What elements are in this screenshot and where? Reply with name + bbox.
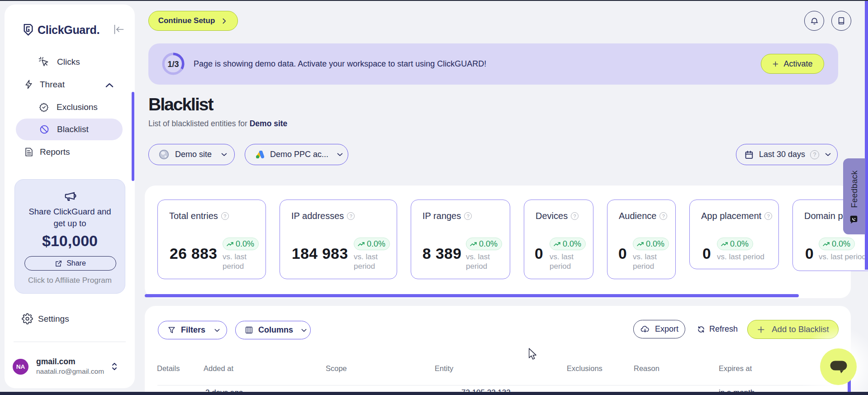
svg-text:1/3: 1/3 bbox=[167, 60, 179, 69]
